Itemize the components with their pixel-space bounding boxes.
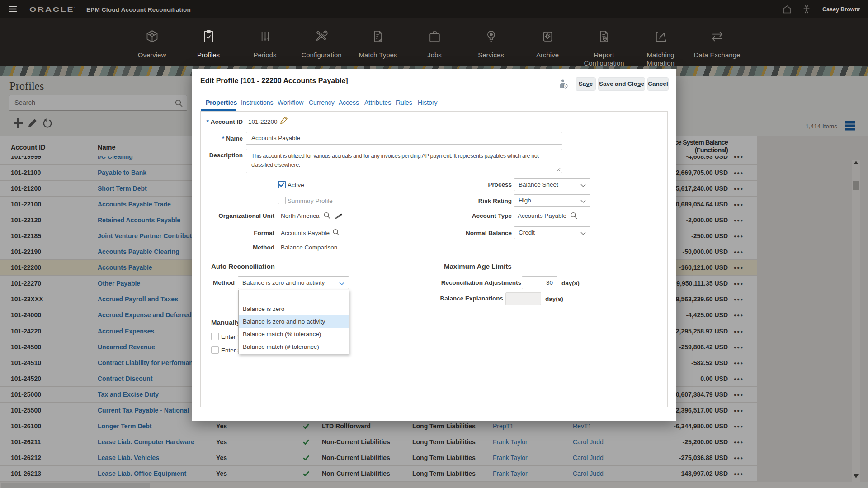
svg-text:?: ? [564,84,566,88]
